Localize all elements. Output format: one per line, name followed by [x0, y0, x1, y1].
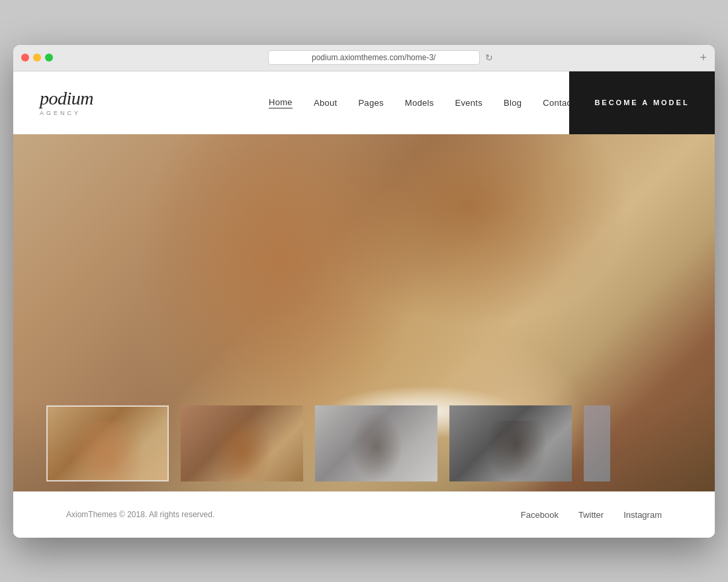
- address-bar-area: podium.axiomthemes.com/home-3/ ↻: [61, 50, 700, 65]
- twitter-link[interactable]: Twitter: [578, 510, 604, 520]
- minimize-button[interactable]: [33, 54, 41, 62]
- nav-models[interactable]: Models: [405, 98, 434, 108]
- thumbnail-2[interactable]: [181, 405, 303, 481]
- become-model-button[interactable]: BECOME A MODEL: [569, 71, 715, 134]
- site-footer: AxiomThemes © 2018. All rights reserved.…: [13, 491, 715, 538]
- close-button[interactable]: [21, 54, 29, 62]
- thumbnail-3[interactable]: [315, 405, 437, 481]
- nav-home[interactable]: Home: [269, 97, 293, 108]
- logo[interactable]: podium AGENCY: [40, 89, 159, 116]
- thumbnail-1[interactable]: [46, 405, 169, 481]
- url-input[interactable]: podium.axiomthemes.com/home-3/: [268, 50, 480, 65]
- browser-window: podium.axiomthemes.com/home-3/ ↻ + podiu…: [13, 45, 715, 538]
- website-content: podium AGENCY Home About Pages Models Ev…: [13, 71, 715, 538]
- copyright-text: AxiomThemes © 2018. All rights reserved.: [66, 510, 214, 519]
- nav-about[interactable]: About: [314, 98, 337, 108]
- social-links: Facebook Twitter Instagram: [521, 510, 662, 520]
- window-controls: [21, 54, 53, 62]
- facebook-link[interactable]: Facebook: [521, 510, 559, 520]
- maximize-button[interactable]: [45, 54, 53, 62]
- logo-subtitle: AGENCY: [40, 110, 159, 116]
- nav-events[interactable]: Events: [455, 98, 482, 108]
- new-tab-button[interactable]: +: [700, 51, 707, 65]
- logo-script: podium: [40, 89, 159, 108]
- thumbnail-strip: [13, 402, 715, 491]
- instagram-link[interactable]: Instagram: [623, 510, 662, 520]
- refresh-icon[interactable]: ↻: [485, 52, 493, 63]
- site-header: podium AGENCY Home About Pages Models Ev…: [13, 71, 715, 134]
- thumbnail-partial: [584, 405, 610, 481]
- nav-blog[interactable]: Blog: [504, 98, 522, 108]
- hero-section: [13, 134, 715, 491]
- nav-pages[interactable]: Pages: [358, 98, 383, 108]
- thumbnail-4[interactable]: [449, 405, 572, 481]
- browser-toolbar: podium.axiomthemes.com/home-3/ ↻ +: [13, 45, 715, 71]
